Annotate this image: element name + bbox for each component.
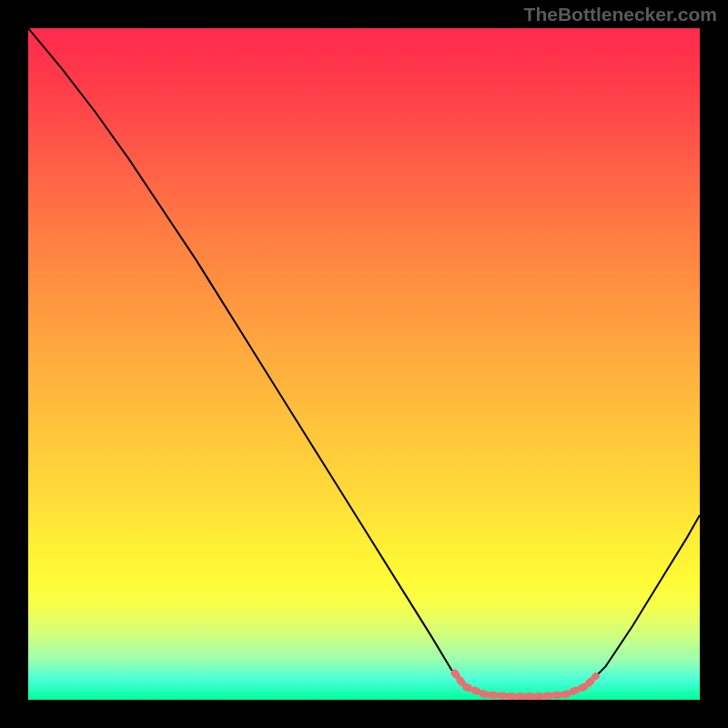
watermark-text: TheBottlenecker.com	[524, 4, 717, 25]
bottleneck-curve	[28, 28, 700, 696]
optimal-zone-highlight	[455, 672, 596, 696]
chart-svg	[28, 28, 700, 700]
plot-area	[28, 28, 700, 700]
